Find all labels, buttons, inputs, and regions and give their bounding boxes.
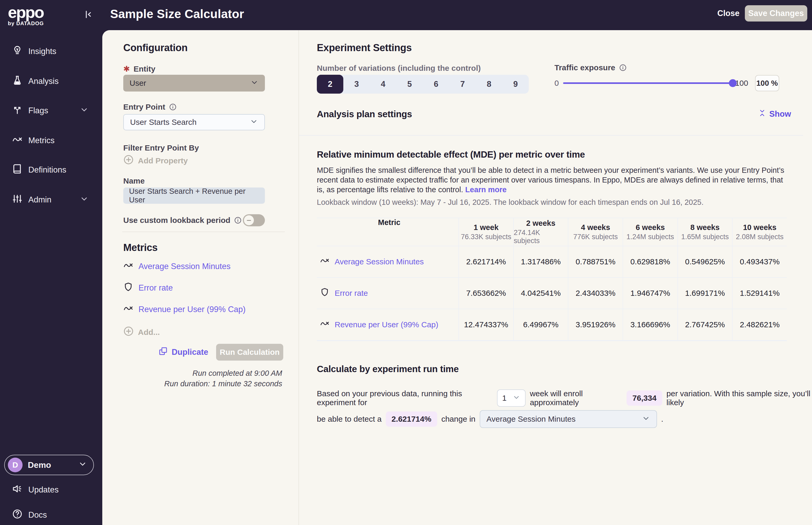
shield-icon (320, 287, 329, 299)
copy-icon (159, 346, 168, 358)
learn-more-link[interactable]: Learn more (465, 185, 507, 194)
entry-point-label: Entry Point (123, 103, 177, 111)
variation-option-4[interactable]: 4 (370, 75, 396, 94)
sidebar-item-label: Metrics (28, 136, 55, 145)
calc-text: week will enroll approximately (530, 389, 622, 407)
filter-entry-point-label: Filter Entry Point By (123, 144, 199, 152)
sidebar-item-label: Docs (28, 510, 47, 520)
calc-sentence-line2: be able to detect a 2.621714% change in … (317, 410, 663, 428)
close-button[interactable]: Close (717, 9, 739, 18)
slider-max-label: 100 (735, 79, 748, 88)
table-cell: 3.166696% (623, 309, 677, 341)
mde-table: Metric 1 week76.33K subjects 2 weeks274.… (317, 217, 787, 341)
save-changes-button[interactable]: Save Changes (745, 5, 807, 21)
variation-option-3[interactable]: 3 (343, 75, 370, 94)
chevron-down-icon (250, 117, 258, 127)
metric-wave-icon (320, 319, 329, 330)
collapse-panel-icon (82, 9, 94, 21)
metric-item-revenue-per-user[interactable]: Revenue per User (99% Cap) (123, 303, 245, 315)
calc-title: Calculate by experiment run time (317, 364, 459, 374)
entity-select[interactable]: User (123, 75, 265, 91)
table-cell: 0.629818% (623, 246, 677, 278)
sample-size-calculator-app: eppo by DATADOG Sample Size Calculator C… (0, 0, 812, 525)
brand-byline: by DATADOG (8, 20, 44, 27)
table-cell: 2.621714% (458, 246, 513, 278)
metric-item-error-rate[interactable]: Error rate (123, 282, 173, 294)
table-row-metric: Revenue per User (99% Cap) (317, 309, 458, 341)
calc-sentence-line1: Based on your previous data, running thi… (317, 389, 812, 407)
lookback-note: Lookback window (10 weeks): May 7 - Jul … (317, 198, 703, 207)
table-cell: 3.951926% (568, 309, 623, 341)
add-metric-button[interactable]: Add... (123, 326, 160, 338)
calc-text: be able to detect a (317, 415, 381, 423)
sidebar-item-label: Flags (28, 106, 48, 115)
variation-option-2[interactable]: 2 (317, 75, 343, 94)
workspace-switcher[interactable]: D Demo (4, 455, 94, 475)
info-icon[interactable] (169, 103, 177, 111)
sidebar-collapse-button[interactable] (82, 9, 94, 21)
name-input[interactable]: User Starts Search + Revenue per User (123, 188, 265, 204)
metric-select-value: Average Session Minutes (486, 415, 576, 423)
variation-option-5[interactable]: 5 (396, 75, 423, 94)
lightbulb-icon (12, 45, 22, 58)
mde-title: Relative minimum detectable effect (MDE)… (317, 149, 585, 160)
sidebar-item-docs[interactable]: Docs (12, 509, 47, 521)
entity-label: ✱ Entity (123, 64, 155, 73)
metric-select[interactable]: Average Session Minutes (480, 410, 657, 428)
variation-option-7[interactable]: 7 (449, 75, 476, 94)
calc-text: Based on your previous data, running thi… (317, 389, 493, 407)
metric-link-average-session-minutes[interactable]: Average Session Minutes (320, 256, 424, 268)
table-header-week: 4 weeks776K subjects (568, 218, 623, 246)
lookback-toggle[interactable] (243, 214, 265, 226)
info-icon[interactable] (234, 216, 242, 224)
traffic-slider-track[interactable] (563, 82, 735, 84)
info-icon[interactable] (619, 64, 627, 72)
table-cell: 7.653662% (458, 278, 513, 309)
add-property-button[interactable]: Add Property (123, 154, 188, 167)
duplicate-button[interactable]: Duplicate (159, 346, 208, 358)
traffic-slider-handle[interactable] (729, 79, 737, 87)
sliders-icon (12, 194, 22, 206)
sidebar-item-definitions[interactable]: Definitions (0, 162, 102, 178)
table-cell: 1.317486% (513, 246, 568, 278)
book-icon (12, 164, 22, 176)
table-cell: 0.549625% (677, 246, 732, 278)
table-cell: 2.767425% (677, 309, 732, 341)
sidebar-item-analysis[interactable]: Analysis (0, 73, 102, 90)
sidebar-item-metrics[interactable]: Metrics (0, 132, 102, 149)
sidebar-item-insights[interactable]: Insights (0, 43, 102, 60)
split-arrows-icon (12, 104, 22, 117)
entry-point-select[interactable]: User Starts Search (123, 114, 265, 130)
page-title: Sample Size Calculator (110, 7, 244, 21)
chevron-down-icon (80, 105, 89, 116)
table-header-week: 2 weeks274.14K subjects (513, 218, 568, 246)
run-calculation-button[interactable]: Run Calculation (216, 344, 283, 361)
run-completed-text: Run completed at 9:00 AM (123, 368, 282, 378)
entry-point-value: User Starts Search (130, 118, 196, 127)
chevron-down-icon (512, 393, 520, 403)
traffic-exposure-label: Traffic exposure (554, 63, 627, 72)
table-header-week: 1 week76.33K subjects (458, 218, 513, 246)
metric-link-error-rate[interactable]: Error rate (320, 287, 368, 299)
variation-option-9[interactable]: 9 (502, 75, 529, 94)
main-divider (299, 135, 803, 136)
sidebar-item-updates[interactable]: Updates (12, 483, 59, 496)
weeks-select[interactable]: 1 (497, 389, 526, 407)
sidebar-item-admin[interactable]: Admin (0, 192, 102, 208)
configuration-title: Configuration (123, 42, 187, 54)
variation-option-8[interactable]: 8 (476, 75, 502, 94)
variations-label: Number of variations (including the cont… (317, 64, 481, 73)
lookback-row: Use custom lookback period (123, 214, 265, 226)
metric-link-revenue-per-user[interactable]: Revenue per User (99% Cap) (320, 319, 438, 330)
megaphone-icon (12, 483, 22, 496)
table-cell: 0.493437% (732, 246, 787, 278)
metric-item-average-session-minutes[interactable]: Average Session Minutes (123, 260, 230, 272)
traffic-percent-input[interactable]: 100 % (755, 75, 779, 91)
variation-option-6[interactable]: 6 (423, 75, 449, 94)
entity-value: User (130, 79, 146, 88)
sidebar-item-flags[interactable]: Flags (0, 102, 102, 119)
analysis-plan-show-button[interactable]: Show (759, 109, 791, 119)
table-row-metric: Error rate (317, 278, 458, 309)
mde-badge: 2.621714% (386, 411, 437, 427)
toggle-knob (244, 215, 254, 225)
